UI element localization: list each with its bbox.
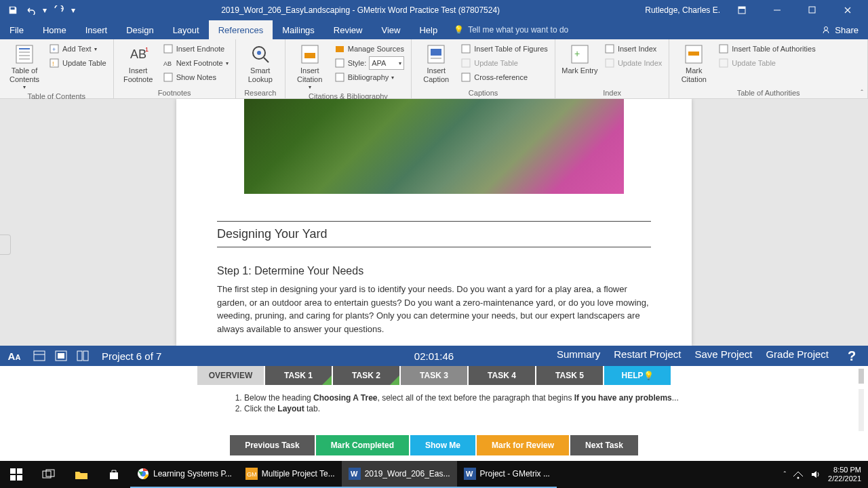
undo-icon[interactable] bbox=[24, 4, 37, 16]
network-icon[interactable] bbox=[793, 470, 804, 479]
ribbon-group-index: + Mark Entry Insert Index Update Index I… bbox=[555, 39, 669, 98]
next-footnote-button[interactable]: ABNext Footnote▾ bbox=[161, 56, 230, 70]
taskbar-app-word-doc[interactable]: W2019_Word_206_Eas... bbox=[342, 461, 457, 488]
mark-entry-button[interactable]: + Mark Entry bbox=[561, 42, 599, 75]
body-paragraph[interactable]: The first step in designing your yard is… bbox=[217, 283, 651, 336]
close-icon[interactable] bbox=[834, 0, 861, 20]
timer: 02:01:46 bbox=[414, 350, 454, 362]
task-view-button[interactable] bbox=[33, 461, 65, 488]
tell-me-label: Tell me what you want to do bbox=[468, 25, 568, 35]
bibliography-button[interactable]: Bibliography▾ bbox=[333, 70, 406, 84]
insert-citation-button[interactable]: Insert Citation▾ bbox=[291, 42, 329, 91]
tab-task-4[interactable]: TASK 4 bbox=[469, 366, 535, 385]
lightbulb-icon: 💡 bbox=[454, 25, 464, 35]
mark-entry-label: Mark Entry bbox=[561, 66, 597, 75]
mark-completed-button[interactable]: Mark Completed bbox=[316, 435, 409, 455]
qat-dropdown-icon[interactable]: ▾ bbox=[42, 4, 47, 16]
maximize-icon[interactable] bbox=[799, 0, 826, 20]
tray-chevron-icon[interactable]: ˆ bbox=[783, 470, 786, 479]
show-notes-button[interactable]: Show Notes bbox=[161, 70, 230, 84]
update-table-button[interactable]: !Update Table bbox=[47, 56, 108, 70]
show-me-button[interactable]: Show Me bbox=[410, 435, 475, 455]
tab-task-2[interactable]: TASK 2 bbox=[333, 366, 399, 385]
grade-project-link[interactable]: Grade Project bbox=[766, 348, 829, 364]
style-selector[interactable]: Style: APA▾ bbox=[333, 56, 406, 70]
tab-help[interactable]: Help bbox=[410, 20, 447, 39]
tab-layout[interactable]: Layout bbox=[163, 20, 209, 39]
tab-home[interactable]: Home bbox=[33, 20, 76, 39]
font-size-button[interactable]: AA bbox=[0, 350, 28, 362]
next-task-button[interactable]: Next Task bbox=[570, 435, 638, 455]
tab-review[interactable]: Review bbox=[324, 20, 372, 39]
insert-endnote-button[interactable]: Insert Endnote bbox=[161, 42, 230, 56]
tab-mailings[interactable]: Mailings bbox=[273, 20, 324, 39]
taskbar-app-gmetrix[interactable]: GMMultiple Project Te... bbox=[239, 461, 342, 488]
tab-overview[interactable]: OVERVIEW bbox=[197, 366, 264, 385]
svg-text:GM: GM bbox=[247, 471, 257, 478]
volume-icon[interactable] bbox=[810, 470, 821, 479]
save-icon[interactable] bbox=[7, 4, 19, 16]
previous-task-button[interactable]: Previous Task bbox=[230, 435, 314, 455]
table-of-contents-button[interactable]: Table of Contents▾ bbox=[5, 42, 43, 91]
insert-footnote-button[interactable]: AB1 Insert Footnote bbox=[119, 42, 157, 84]
qat-customize-icon[interactable]: ▾ bbox=[71, 4, 76, 16]
view-mode-1-icon[interactable] bbox=[28, 346, 50, 366]
footnote-label: Insert Footnote bbox=[119, 66, 157, 84]
user-name[interactable]: Rutledge, Charles E. bbox=[645, 5, 720, 15]
taskbar-app-chrome[interactable]: Learning Systems P... bbox=[130, 461, 239, 488]
tab-task-5[interactable]: TASK 5 bbox=[536, 366, 603, 385]
redo-icon[interactable] bbox=[53, 4, 65, 16]
style-dropdown[interactable]: APA▾ bbox=[369, 56, 404, 70]
add-text-button[interactable]: +Add Text▾ bbox=[47, 42, 108, 56]
navigation-pane-tab[interactable] bbox=[0, 235, 11, 255]
ribbon-group-research: Smart Lookup Research bbox=[236, 39, 285, 98]
insert-index-button[interactable]: Insert Index bbox=[603, 42, 663, 56]
svg-rect-18 bbox=[164, 73, 172, 81]
insert-caption-button[interactable]: Insert Caption bbox=[417, 42, 455, 84]
taskbar-app-word-project[interactable]: WProject - GMetrix ... bbox=[457, 461, 557, 488]
update-icon bbox=[604, 58, 615, 68]
chevron-down-icon: ▾ bbox=[309, 84, 311, 91]
view-mode-2-icon[interactable] bbox=[50, 346, 72, 366]
cross-reference-button[interactable]: Cross-reference bbox=[459, 70, 549, 84]
store-button[interactable] bbox=[98, 461, 130, 488]
ribbon-group-footnotes: AB1 Insert Footnote Insert Endnote ABNex… bbox=[114, 39, 236, 98]
view-mode-3-icon[interactable] bbox=[72, 346, 94, 366]
svg-rect-46 bbox=[83, 351, 88, 361]
tell-me-search[interactable]: 💡 Tell me what you want to do bbox=[447, 20, 568, 39]
tab-insert[interactable]: Insert bbox=[76, 20, 117, 39]
section-heading[interactable]: Designing Your Yard bbox=[217, 221, 651, 247]
tab-task-3[interactable]: TASK 3 bbox=[401, 366, 467, 385]
clock[interactable]: 8:50 PM 2/22/2021 bbox=[828, 466, 861, 483]
svg-rect-30 bbox=[462, 45, 470, 53]
insert-table-figures-button[interactable]: Insert Table of Figures bbox=[459, 42, 549, 56]
collapse-ribbon-icon[interactable]: ˆ bbox=[861, 89, 863, 97]
tab-file[interactable]: File bbox=[0, 20, 33, 39]
document-area[interactable]: Designing Your Yard Step 1: Determine Yo… bbox=[0, 99, 868, 346]
tab-help[interactable]: HELP 💡 bbox=[604, 366, 671, 385]
smart-lookup-button[interactable]: Smart Lookup bbox=[241, 42, 279, 84]
tab-design[interactable]: Design bbox=[117, 20, 163, 39]
share-button[interactable]: Share bbox=[812, 20, 868, 39]
svg-rect-16 bbox=[164, 45, 172, 53]
mark-citation-button[interactable]: Mark Citation bbox=[675, 42, 713, 84]
summary-link[interactable]: Summary bbox=[557, 348, 600, 364]
help-icon[interactable]: ? bbox=[842, 348, 861, 364]
svg-point-4 bbox=[825, 27, 828, 30]
mark-for-review-button[interactable]: Mark for Review bbox=[477, 435, 569, 455]
svg-point-21 bbox=[257, 51, 261, 55]
insert-toa-button[interactable]: Insert Table of Authorities bbox=[717, 42, 816, 56]
save-project-link[interactable]: Save Project bbox=[694, 348, 752, 364]
step-heading[interactable]: Step 1: Determine Your Needs bbox=[217, 265, 651, 277]
tab-references[interactable]: References bbox=[209, 20, 273, 39]
landscaping-image[interactable] bbox=[244, 99, 624, 194]
file-explorer-button[interactable] bbox=[65, 461, 98, 488]
manage-sources-button[interactable]: Manage Sources bbox=[333, 42, 406, 56]
minimize-icon[interactable] bbox=[764, 0, 791, 20]
ribbon-display-icon[interactable] bbox=[728, 0, 755, 20]
start-button[interactable] bbox=[0, 461, 33, 488]
update-table-captions-button: Update Table bbox=[459, 56, 549, 70]
tab-view[interactable]: View bbox=[372, 20, 410, 39]
restart-project-link[interactable]: Restart Project bbox=[614, 348, 681, 364]
tab-task-1[interactable]: TASK 1 bbox=[265, 366, 332, 385]
